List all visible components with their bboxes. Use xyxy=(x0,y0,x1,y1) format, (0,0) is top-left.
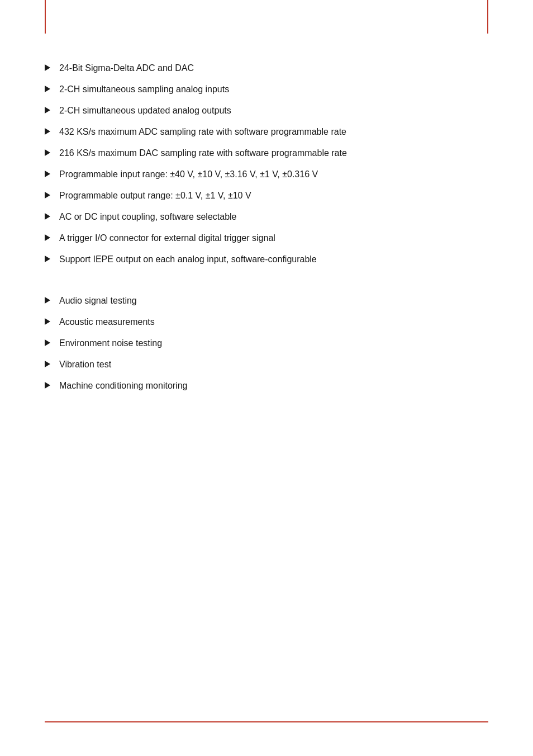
application-item-4: Machine conditioning monitoring xyxy=(45,379,488,393)
spec-text: Support IEPE output on each analog input… xyxy=(59,253,488,266)
spec-item-3: 432 KS/s maximum ADC sampling rate with … xyxy=(45,125,488,139)
main-content: 24-Bit Sigma-Delta ADC and DAC2-CH simul… xyxy=(45,17,488,393)
spec-item-0: 24-Bit Sigma-Delta ADC and DAC xyxy=(45,62,488,75)
applications-list: Audio signal testingAcoustic measurement… xyxy=(45,294,488,393)
application-text: Machine conditioning monitoring xyxy=(59,379,488,393)
bullet-icon xyxy=(45,213,50,220)
border-right-accent xyxy=(487,0,488,34)
application-item-1: Acoustic measurements xyxy=(45,315,488,329)
bullet-icon xyxy=(45,256,50,262)
bullet-icon xyxy=(45,234,50,241)
spec-item-7: AC or DC input coupling, software select… xyxy=(45,210,488,224)
application-text: Environment noise testing xyxy=(59,337,488,350)
spec-text: Programmable output range: ±0.1 V, ±1 V,… xyxy=(59,189,488,202)
bullet-icon xyxy=(45,318,50,325)
spec-text: A trigger I/O connector for external dig… xyxy=(59,231,488,245)
bullet-icon xyxy=(45,339,50,346)
bullet-icon xyxy=(45,297,50,304)
spec-item-4: 216 KS/s maximum DAC sampling rate with … xyxy=(45,147,488,160)
application-text: Audio signal testing xyxy=(59,294,488,308)
spec-text: 216 KS/s maximum DAC sampling rate with … xyxy=(59,147,488,160)
application-item-2: Environment noise testing xyxy=(45,337,488,350)
spec-text: 2-CH simultaneous sampling analog inputs xyxy=(59,83,488,96)
spec-item-6: Programmable output range: ±0.1 V, ±1 V,… xyxy=(45,189,488,202)
spec-text: 24-Bit Sigma-Delta ADC and DAC xyxy=(59,62,488,75)
bullet-icon xyxy=(45,361,50,367)
spec-item-1: 2-CH simultaneous sampling analog inputs xyxy=(45,83,488,96)
bullet-icon xyxy=(45,86,50,92)
spec-text: AC or DC input coupling, software select… xyxy=(59,210,488,224)
spec-text: 432 KS/s maximum ADC sampling rate with … xyxy=(59,125,488,139)
application-item-3: Vibration test xyxy=(45,358,488,371)
spec-item-9: Support IEPE output on each analog input… xyxy=(45,253,488,266)
spec-item-8: A trigger I/O connector for external dig… xyxy=(45,231,488,245)
bullet-icon xyxy=(45,64,50,71)
bullet-icon xyxy=(45,382,50,389)
application-text: Acoustic measurements xyxy=(59,315,488,329)
bullet-icon xyxy=(45,128,50,135)
border-left-accent xyxy=(45,0,46,34)
spec-text: 2-CH simultaneous updated analog outputs xyxy=(59,104,488,117)
bullet-icon xyxy=(45,171,50,177)
bullet-icon xyxy=(45,107,50,114)
border-bottom-accent xyxy=(45,721,488,722)
application-item-0: Audio signal testing xyxy=(45,294,488,308)
bullet-icon xyxy=(45,192,50,199)
application-text: Vibration test xyxy=(59,358,488,371)
specs-list: 24-Bit Sigma-Delta ADC and DAC2-CH simul… xyxy=(45,62,488,266)
page: 24-Bit Sigma-Delta ADC and DAC2-CH simul… xyxy=(0,0,533,756)
spec-item-5: Programmable input range: ±40 V, ±10 V, … xyxy=(45,168,488,181)
spec-text: Programmable input range: ±40 V, ±10 V, … xyxy=(59,168,488,181)
bullet-icon xyxy=(45,149,50,156)
spec-item-2: 2-CH simultaneous updated analog outputs xyxy=(45,104,488,117)
